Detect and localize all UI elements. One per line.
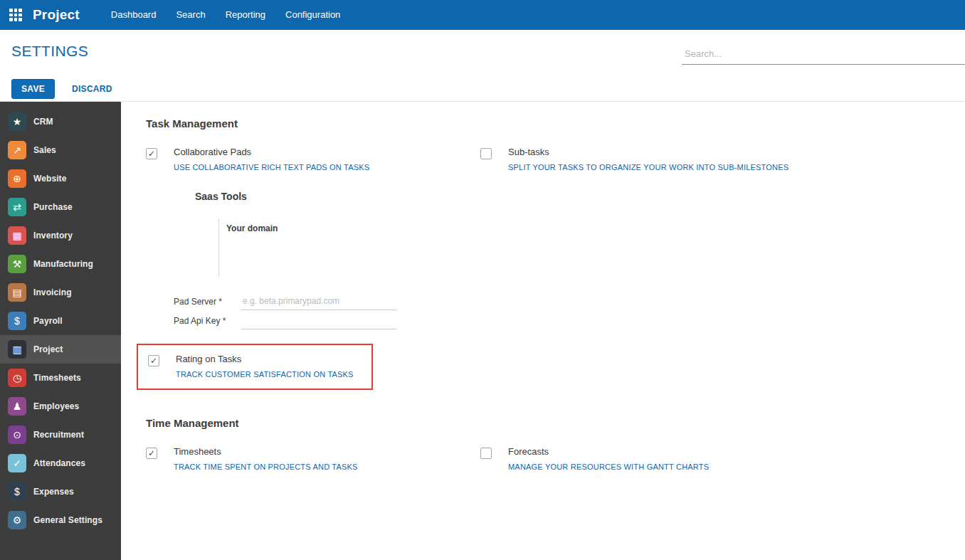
purchase-icon: ⇄ xyxy=(8,198,26,216)
expenses-icon: $ xyxy=(8,482,26,501)
sidebar-item-invoicing[interactable]: ▤ Invoicing xyxy=(0,278,121,307)
time-management-right-column: Forecasts MANAGE YOUR RESOURCES WITH GAN… xyxy=(480,446,965,471)
app-window: Project Dashboard Search Reporting Confi… xyxy=(0,0,965,560)
actions-bar: SAVE DISCARD xyxy=(0,71,965,101)
sidebar-item-label: Inventory xyxy=(33,231,73,241)
settings-layout: ★ CRM ↗ Sales ⊕ Website ⇄ Purchase ▦ Inv… xyxy=(0,101,965,560)
sidebar-item-label: Sales xyxy=(33,145,56,155)
setting-forecasts: Forecasts MANAGE YOUR RESOURCES WITH GAN… xyxy=(480,446,965,471)
apps-grid-icon[interactable] xyxy=(9,9,22,21)
setting-text: Collaborative Pads USE COLLABORATIVE RIC… xyxy=(174,147,369,171)
app-title: Project xyxy=(33,7,80,23)
your-domain-label: Your domain xyxy=(226,223,480,233)
sidebar-item-label: Employees xyxy=(33,401,79,411)
rating-on-tasks-description: TRACK CUSTOMER SATISFACTION ON TASKS xyxy=(176,370,354,379)
setting-sub-tasks: Sub-tasks SPLIT YOUR TASKS TO ORGANIZE Y… xyxy=(480,147,965,171)
timesheets-checkbox[interactable] xyxy=(146,448,157,459)
sidebar-item-label: Invoicing xyxy=(33,287,72,297)
rating-on-tasks-label: Rating on Tasks xyxy=(176,354,354,364)
sidebar-item-label: Payroll xyxy=(33,316,63,326)
nav-item-search[interactable]: Search xyxy=(166,0,215,30)
sub-tasks-checkbox[interactable] xyxy=(480,148,492,159)
discard-button[interactable]: DISCARD xyxy=(68,83,117,95)
setting-text: Sub-tasks SPLIT YOUR TASKS TO ORGANIZE Y… xyxy=(508,147,789,171)
task-management-right-column: Sub-tasks SPLIT YOUR TASKS TO ORGANIZE Y… xyxy=(480,147,965,171)
pad-server-input[interactable] xyxy=(241,295,396,310)
sub-tasks-label: Sub-tasks xyxy=(508,147,789,157)
sub-tasks-description: SPLIT YOUR TASKS TO ORGANIZE YOUR WORK I… xyxy=(508,163,789,171)
saas-tools-title: Saas Tools xyxy=(195,191,480,202)
pad-server-field-row: Pad Server * xyxy=(174,295,480,310)
recruitment-icon: ⊙ xyxy=(8,426,26,444)
time-management-row: Timesheets TRACK TIME SPENT ON PROJECTS … xyxy=(146,446,965,471)
section-title-time-management: Time Management xyxy=(146,417,965,429)
sidebar-item-label: General Settings xyxy=(33,515,102,525)
sidebar-item-label: Manufacturing xyxy=(33,259,93,269)
invoicing-icon: ▤ xyxy=(8,283,26,302)
sidebar-item-general-settings[interactable]: ⚙ General Settings xyxy=(0,506,121,534)
task-management-left-column: Collaborative Pads USE COLLABORATIVE RIC… xyxy=(146,147,480,390)
setting-timesheets: Timesheets TRACK TIME SPENT ON PROJECTS … xyxy=(146,446,480,471)
sales-icon: ↗ xyxy=(8,141,26,159)
timesheets-label: Timesheets xyxy=(174,446,358,457)
sidebar-item-project[interactable]: ▥ Project xyxy=(0,335,121,364)
section-title-task-management: Task Management xyxy=(146,117,965,130)
time-management-left-column: Timesheets TRACK TIME SPENT ON PROJECTS … xyxy=(146,446,480,471)
sidebar-item-website[interactable]: ⊕ Website xyxy=(0,164,121,193)
nav-item-configuration[interactable]: Configuration xyxy=(275,0,350,30)
sidebar-item-label: Timesheets xyxy=(33,373,81,383)
sidebar-item-label: Website xyxy=(33,174,67,184)
pad-api-key-label: Pad Api Key * xyxy=(174,316,241,329)
save-button[interactable]: SAVE xyxy=(11,79,55,99)
sidebar-item-purchase[interactable]: ⇄ Purchase xyxy=(0,193,121,221)
sidebar-item-crm[interactable]: ★ CRM xyxy=(0,107,121,136)
task-management-row: Collaborative Pads USE COLLABORATIVE RIC… xyxy=(146,147,965,390)
sidebar-item-inventory[interactable]: ▦ Inventory xyxy=(0,221,121,250)
settings-sidebar: ★ CRM ↗ Sales ⊕ Website ⇄ Purchase ▦ Inv… xyxy=(0,102,121,560)
project-icon: ▥ xyxy=(8,340,26,359)
pad-api-key-input[interactable] xyxy=(241,314,396,329)
setting-text: Rating on Tasks TRACK CUSTOMER SATISFACT… xyxy=(176,354,354,379)
sidebar-item-expenses[interactable]: $ Expenses xyxy=(0,477,121,506)
sidebar-item-payroll[interactable]: $ Payroll xyxy=(0,307,121,335)
sidebar-item-label: Attendances xyxy=(33,458,85,468)
website-icon: ⊕ xyxy=(8,169,26,188)
setting-rating-on-tasks: Rating on Tasks TRACK CUSTOMER SATISFACT… xyxy=(148,354,363,379)
attendances-icon: ✓ xyxy=(8,454,26,472)
timesheets-description: TRACK TIME SPENT ON PROJECTS AND TASKS xyxy=(174,463,358,471)
general-settings-icon: ⚙ xyxy=(8,511,26,529)
forecasts-description: MANAGE YOUR RESOURCES WITH GANTT CHARTS xyxy=(508,463,709,471)
forecasts-label: Forecasts xyxy=(508,446,709,457)
sidebar-item-label: CRM xyxy=(33,117,53,127)
sidebar-item-employees[interactable]: ♟ Employees xyxy=(0,392,121,421)
sidebar-item-attendances[interactable]: ✓ Attendances xyxy=(0,449,121,477)
collaborative-pads-description: USE COLLABORATIVE RICH TEXT PADS ON TASK… xyxy=(174,163,369,171)
collaborative-pads-checkbox[interactable] xyxy=(146,148,157,159)
top-navbar: Project Dashboard Search Reporting Confi… xyxy=(0,0,965,30)
pad-server-label: Pad Server * xyxy=(174,297,241,310)
sidebar-item-label: Recruitment xyxy=(33,430,84,440)
employees-icon: ♟ xyxy=(8,397,26,416)
settings-panel: Task Management Collaborative Pads USE C… xyxy=(121,102,965,560)
nav-item-dashboard[interactable]: Dashboard xyxy=(101,0,167,30)
setting-collaborative-pads: Collaborative Pads USE COLLABORATIVE RIC… xyxy=(146,147,480,171)
inventory-icon: ▦ xyxy=(8,226,26,245)
setting-text: Timesheets TRACK TIME SPENT ON PROJECTS … xyxy=(174,446,358,471)
sidebar-item-sales[interactable]: ↗ Sales xyxy=(0,136,121,164)
timesheets-icon: ◷ xyxy=(8,369,26,387)
payroll-icon: $ xyxy=(8,312,26,330)
nav-menus: Dashboard Search Reporting Configuration xyxy=(101,0,351,30)
sidebar-item-manufacturing[interactable]: ⚒ Manufacturing xyxy=(0,250,121,278)
forecasts-checkbox[interactable] xyxy=(480,448,492,459)
manufacturing-icon: ⚒ xyxy=(8,255,26,273)
sidebar-item-recruitment[interactable]: ⊙ Recruitment xyxy=(0,421,121,449)
rating-highlight-box: Rating on Tasks TRACK CUSTOMER SATISFACT… xyxy=(137,344,373,390)
sidebar-item-label: Purchase xyxy=(33,202,73,212)
your-domain-group: Your domain xyxy=(218,219,480,276)
sidebar-item-timesheets[interactable]: ◷ Timesheets xyxy=(0,364,121,392)
search-input[interactable] xyxy=(682,46,965,64)
search-box xyxy=(682,46,965,65)
rating-on-tasks-checkbox[interactable] xyxy=(148,355,159,366)
pad-api-key-field-row: Pad Api Key * xyxy=(174,314,480,329)
nav-item-reporting[interactable]: Reporting xyxy=(216,0,275,30)
